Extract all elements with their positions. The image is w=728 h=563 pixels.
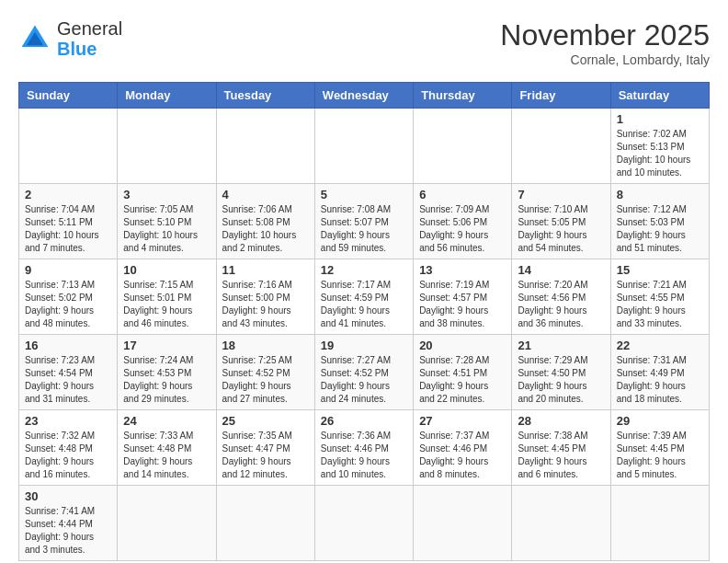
day-info: Sunrise: 7:16 AM Sunset: 5:00 PM Dayligh… bbox=[222, 279, 309, 330]
day-info: Sunrise: 7:04 AM Sunset: 5:11 PM Dayligh… bbox=[25, 203, 111, 255]
calendar-cell: 28Sunrise: 7:38 AM Sunset: 4:45 PM Dayli… bbox=[512, 410, 610, 486]
weekday-header-wednesday: Wednesday bbox=[314, 83, 413, 109]
calendar-cell: 17Sunrise: 7:24 AM Sunset: 4:53 PM Dayli… bbox=[118, 335, 216, 410]
calendar-cell: 7Sunrise: 7:10 AM Sunset: 5:05 PM Daylig… bbox=[512, 184, 610, 259]
day-number: 27 bbox=[419, 414, 506, 428]
day-number: 15 bbox=[617, 263, 703, 277]
day-info: Sunrise: 7:25 AM Sunset: 4:52 PM Dayligh… bbox=[222, 354, 309, 406]
calendar-week-1: 1Sunrise: 7:02 AM Sunset: 5:13 PM Daylig… bbox=[19, 109, 710, 184]
day-number: 2 bbox=[25, 188, 111, 201]
calendar-cell: 18Sunrise: 7:25 AM Sunset: 4:52 PM Dayli… bbox=[216, 335, 314, 410]
calendar-cell: 10Sunrise: 7:15 AM Sunset: 5:01 PM Dayli… bbox=[118, 259, 216, 335]
day-number: 20 bbox=[419, 339, 506, 352]
calendar-cell bbox=[414, 486, 512, 561]
calendar-cell bbox=[414, 109, 512, 184]
weekday-header-friday: Friday bbox=[512, 83, 610, 109]
day-info: Sunrise: 7:21 AM Sunset: 4:55 PM Dayligh… bbox=[617, 279, 703, 330]
calendar-cell: 20Sunrise: 7:28 AM Sunset: 4:51 PM Dayli… bbox=[414, 335, 512, 410]
day-number: 26 bbox=[321, 414, 407, 428]
title-block: November 2025 Cornale, Lombardy, Italy bbox=[500, 18, 710, 67]
day-number: 11 bbox=[222, 263, 309, 277]
logo: General Blue bbox=[18, 18, 122, 59]
calendar-cell: 14Sunrise: 7:20 AM Sunset: 4:56 PM Dayli… bbox=[512, 259, 610, 335]
day-info: Sunrise: 7:37 AM Sunset: 4:46 PM Dayligh… bbox=[419, 430, 506, 481]
calendar-cell: 27Sunrise: 7:37 AM Sunset: 4:46 PM Dayli… bbox=[414, 410, 512, 486]
day-number: 5 bbox=[321, 188, 407, 201]
day-number: 17 bbox=[123, 339, 210, 352]
calendar-cell bbox=[314, 486, 413, 561]
day-info: Sunrise: 7:27 AM Sunset: 4:52 PM Dayligh… bbox=[321, 354, 407, 406]
calendar-cell bbox=[610, 486, 709, 561]
calendar-cell bbox=[314, 109, 413, 184]
calendar-week-6: 30Sunrise: 7:41 AM Sunset: 4:44 PM Dayli… bbox=[19, 486, 710, 561]
day-info: Sunrise: 7:02 AM Sunset: 5:13 PM Dayligh… bbox=[617, 128, 703, 179]
calendar-table: SundayMondayTuesdayWednesdayThursdayFrid… bbox=[18, 82, 710, 561]
location-subtitle: Cornale, Lombardy, Italy bbox=[500, 52, 710, 67]
general-blue-logo-icon bbox=[18, 22, 51, 55]
day-info: Sunrise: 7:12 AM Sunset: 5:03 PM Dayligh… bbox=[617, 203, 703, 255]
day-number: 9 bbox=[25, 263, 111, 277]
day-number: 4 bbox=[222, 188, 309, 201]
day-number: 8 bbox=[617, 188, 703, 201]
calendar-cell: 22Sunrise: 7:31 AM Sunset: 4:49 PM Dayli… bbox=[610, 335, 709, 410]
page-header: General Blue November 2025 Cornale, Lomb… bbox=[18, 18, 710, 67]
calendar-cell: 24Sunrise: 7:33 AM Sunset: 4:48 PM Dayli… bbox=[118, 410, 216, 486]
calendar-header-row: SundayMondayTuesdayWednesdayThursdayFrid… bbox=[19, 83, 710, 109]
calendar-cell bbox=[118, 486, 216, 561]
calendar-cell: 21Sunrise: 7:29 AM Sunset: 4:50 PM Dayli… bbox=[512, 335, 610, 410]
day-info: Sunrise: 7:06 AM Sunset: 5:08 PM Dayligh… bbox=[222, 203, 309, 255]
calendar-cell bbox=[512, 109, 610, 184]
calendar-cell: 3Sunrise: 7:05 AM Sunset: 5:10 PM Daylig… bbox=[118, 184, 216, 259]
day-number: 19 bbox=[321, 339, 407, 352]
day-number: 16 bbox=[25, 339, 111, 352]
calendar-cell: 23Sunrise: 7:32 AM Sunset: 4:48 PM Dayli… bbox=[19, 410, 118, 486]
calendar-cell: 11Sunrise: 7:16 AM Sunset: 5:00 PM Dayli… bbox=[216, 259, 314, 335]
calendar-cell: 1Sunrise: 7:02 AM Sunset: 5:13 PM Daylig… bbox=[610, 109, 709, 184]
day-number: 28 bbox=[518, 414, 604, 428]
calendar-cell: 13Sunrise: 7:19 AM Sunset: 4:57 PM Dayli… bbox=[414, 259, 512, 335]
calendar-cell: 2Sunrise: 7:04 AM Sunset: 5:11 PM Daylig… bbox=[19, 184, 118, 259]
calendar-week-5: 23Sunrise: 7:32 AM Sunset: 4:48 PM Dayli… bbox=[19, 410, 710, 486]
calendar-week-3: 9Sunrise: 7:13 AM Sunset: 5:02 PM Daylig… bbox=[19, 259, 710, 335]
day-number: 23 bbox=[25, 414, 111, 428]
day-info: Sunrise: 7:28 AM Sunset: 4:51 PM Dayligh… bbox=[419, 354, 506, 406]
day-info: Sunrise: 7:31 AM Sunset: 4:49 PM Dayligh… bbox=[617, 354, 703, 406]
day-info: Sunrise: 7:24 AM Sunset: 4:53 PM Dayligh… bbox=[123, 354, 210, 406]
day-info: Sunrise: 7:41 AM Sunset: 4:44 PM Dayligh… bbox=[25, 505, 111, 557]
logo-blue: Blue bbox=[57, 39, 97, 59]
day-number: 3 bbox=[123, 188, 210, 201]
calendar-week-4: 16Sunrise: 7:23 AM Sunset: 4:54 PM Dayli… bbox=[19, 335, 710, 410]
calendar-cell bbox=[118, 109, 216, 184]
calendar-cell: 8Sunrise: 7:12 AM Sunset: 5:03 PM Daylig… bbox=[610, 184, 709, 259]
logo-text: General Blue bbox=[57, 18, 122, 59]
day-info: Sunrise: 7:39 AM Sunset: 4:45 PM Dayligh… bbox=[617, 430, 703, 481]
calendar-cell: 30Sunrise: 7:41 AM Sunset: 4:44 PM Dayli… bbox=[19, 486, 118, 561]
day-number: 30 bbox=[25, 489, 111, 503]
calendar-cell: 6Sunrise: 7:09 AM Sunset: 5:06 PM Daylig… bbox=[414, 184, 512, 259]
calendar-cell: 26Sunrise: 7:36 AM Sunset: 4:46 PM Dayli… bbox=[314, 410, 413, 486]
day-info: Sunrise: 7:17 AM Sunset: 4:59 PM Dayligh… bbox=[321, 279, 407, 330]
day-info: Sunrise: 7:33 AM Sunset: 4:48 PM Dayligh… bbox=[123, 430, 210, 481]
calendar-week-2: 2Sunrise: 7:04 AM Sunset: 5:11 PM Daylig… bbox=[19, 184, 710, 259]
calendar-cell: 15Sunrise: 7:21 AM Sunset: 4:55 PM Dayli… bbox=[610, 259, 709, 335]
calendar-cell: 4Sunrise: 7:06 AM Sunset: 5:08 PM Daylig… bbox=[216, 184, 314, 259]
day-info: Sunrise: 7:38 AM Sunset: 4:45 PM Dayligh… bbox=[518, 430, 604, 481]
day-info: Sunrise: 7:15 AM Sunset: 5:01 PM Dayligh… bbox=[123, 279, 210, 330]
day-number: 6 bbox=[419, 188, 506, 201]
day-info: Sunrise: 7:35 AM Sunset: 4:47 PM Dayligh… bbox=[222, 430, 309, 481]
day-info: Sunrise: 7:23 AM Sunset: 4:54 PM Dayligh… bbox=[25, 354, 111, 406]
calendar-cell: 16Sunrise: 7:23 AM Sunset: 4:54 PM Dayli… bbox=[19, 335, 118, 410]
day-info: Sunrise: 7:05 AM Sunset: 5:10 PM Dayligh… bbox=[123, 203, 210, 255]
day-number: 7 bbox=[518, 188, 604, 201]
calendar-cell: 5Sunrise: 7:08 AM Sunset: 5:07 PM Daylig… bbox=[314, 184, 413, 259]
day-info: Sunrise: 7:10 AM Sunset: 5:05 PM Dayligh… bbox=[518, 203, 604, 255]
day-number: 29 bbox=[617, 414, 703, 428]
calendar-cell bbox=[19, 109, 118, 184]
day-info: Sunrise: 7:13 AM Sunset: 5:02 PM Dayligh… bbox=[25, 279, 111, 330]
day-number: 21 bbox=[518, 339, 604, 352]
day-number: 24 bbox=[123, 414, 210, 428]
day-number: 22 bbox=[617, 339, 703, 352]
month-year-title: November 2025 bbox=[500, 18, 710, 52]
day-number: 14 bbox=[518, 263, 604, 277]
weekday-header-monday: Monday bbox=[118, 83, 216, 109]
